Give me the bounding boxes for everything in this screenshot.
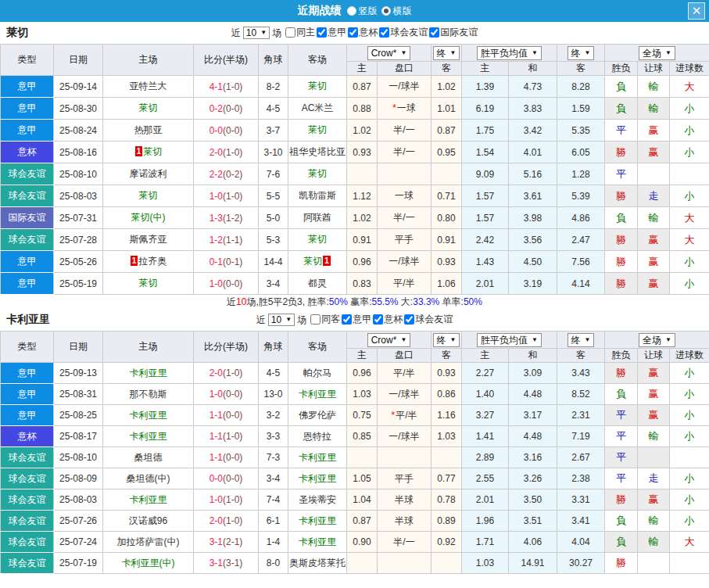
- avg-odds-select[interactable]: 胜平负均值▼: [477, 46, 542, 60]
- away-team-link[interactable]: 莱切: [308, 81, 327, 91]
- home-team-link[interactable]: 卡利亚里: [130, 410, 167, 421]
- away-team-link[interactable]: 都灵: [308, 278, 327, 289]
- col-crow-away: 客: [431, 62, 462, 76]
- odds-time-select[interactable]: 终▼: [433, 333, 460, 347]
- handicap-home-odds: 1.04: [347, 489, 378, 511]
- match-date: 25-05-19: [54, 273, 103, 295]
- filter-label: 国际友谊: [440, 26, 478, 39]
- recent-count-select[interactable]: 10 ▼: [243, 27, 270, 39]
- layout-horizontal-option[interactable]: 横版: [381, 5, 412, 18]
- filter-option[interactable]: 同主: [285, 26, 315, 39]
- home-team-link[interactable]: 热那亚: [134, 124, 163, 135]
- home-team-link[interactable]: 卡利亚里(中): [122, 558, 175, 568]
- col-home: 主场: [103, 45, 194, 76]
- filter-checkbox[interactable]: [310, 314, 320, 324]
- away-team-link[interactable]: 卡利亚里: [299, 536, 336, 547]
- filter-checkbox[interactable]: [379, 27, 389, 38]
- live-star-icon: *: [392, 102, 396, 113]
- home-team-link[interactable]: 莱切(中): [131, 212, 166, 223]
- layout-vertical-option[interactable]: 竖版: [347, 5, 378, 18]
- goals-result: 小: [670, 405, 709, 426]
- filter-option[interactable]: 国际友谊: [429, 26, 478, 39]
- avg-time-select[interactable]: 终▼: [568, 46, 595, 60]
- filter-option[interactable]: 意甲: [317, 26, 346, 39]
- away-team-link[interactable]: 莱切: [308, 234, 327, 245]
- col-wdl: 胜负: [605, 349, 638, 363]
- filter-checkbox[interactable]: [342, 314, 352, 324]
- away-team-link[interactable]: 佛罗伦萨: [299, 410, 336, 421]
- recent-count-select[interactable]: 10 ▼: [268, 314, 295, 326]
- away-team-link[interactable]: 奥斯皮塔莱托: [289, 558, 346, 568]
- filter-checkbox[interactable]: [285, 27, 295, 38]
- home-team-link[interactable]: 卡利亚里: [130, 368, 167, 378]
- away-team-link[interactable]: 恩特拉: [303, 431, 331, 442]
- avg-odds-select[interactable]: 胜平负均值▼: [477, 333, 542, 347]
- handicap-line: 半/一: [378, 120, 431, 142]
- goals-result: 小: [670, 511, 709, 532]
- home-team-link[interactable]: 摩诺波利: [130, 168, 167, 179]
- filter-checkbox[interactable]: [373, 314, 383, 324]
- bookmaker-select[interactable]: Crow*▼: [367, 333, 411, 347]
- team-section-lecce: 莱切 近 10 ▼ 场 同主意甲意杯球会友谊国际友谊 类型: [0, 22, 709, 309]
- home-team-link[interactable]: 莱切: [139, 102, 158, 113]
- wdl-result: 負: [605, 532, 638, 553]
- home-team-link[interactable]: 卡利亚里: [130, 494, 167, 505]
- away-team-link[interactable]: 卡利亚里: [299, 452, 336, 463]
- home-team-link[interactable]: 莱切: [139, 278, 158, 289]
- filter-option[interactable]: 意杯: [373, 313, 403, 326]
- away-team-link[interactable]: 帕尔马: [303, 368, 331, 378]
- away-team-link[interactable]: 卡利亚里: [299, 515, 336, 526]
- home-team-link[interactable]: 卡利亚里: [130, 431, 167, 442]
- filter-option[interactable]: 意甲: [342, 313, 371, 326]
- filter-checkbox[interactable]: [317, 27, 327, 38]
- col-crow-away: 客: [431, 349, 462, 363]
- home-team-link[interactable]: 拉齐奥: [138, 256, 167, 267]
- handicap-away-odds: 0.95: [431, 142, 462, 163]
- period-select[interactable]: 全场▼: [639, 333, 675, 347]
- close-button[interactable]: ✕: [688, 2, 705, 20]
- filter-option[interactable]: 意杯: [348, 26, 378, 39]
- away-team-link[interactable]: 卡利亚里: [299, 389, 336, 400]
- home-team-link[interactable]: 加拉塔萨雷(中): [117, 536, 180, 547]
- odds-time-select[interactable]: 终▼: [433, 46, 460, 60]
- match-score: 0-2(0-0): [194, 98, 259, 120]
- home-team-link[interactable]: 莱切: [143, 146, 162, 157]
- home-team-link[interactable]: 亚特兰大: [130, 81, 167, 91]
- avg-home-odds: 2.27: [462, 363, 509, 384]
- filter-option[interactable]: 球会友谊: [379, 26, 428, 39]
- home-team-link[interactable]: 那不勒斯: [130, 389, 167, 400]
- away-team-link[interactable]: 圣埃蒂安: [299, 494, 336, 505]
- home-team-link[interactable]: 桑坦德(中): [127, 473, 170, 484]
- radio-unchecked-icon[interactable]: [347, 6, 356, 16]
- away-team-link[interactable]: 凯勒雷斯: [299, 190, 336, 201]
- filter-checkbox[interactable]: [429, 27, 439, 38]
- filter-checkbox[interactable]: [404, 314, 414, 324]
- home-team-link[interactable]: 斯佩齐亚: [130, 234, 167, 245]
- full-time-score: 1-1: [209, 452, 223, 463]
- away-team-link[interactable]: 莱切: [308, 124, 327, 135]
- col-avg-draw: 和: [509, 62, 557, 76]
- away-team-link[interactable]: AC米兰: [302, 102, 334, 113]
- home-team-link[interactable]: 桑坦德: [134, 452, 163, 463]
- away-team-link[interactable]: 祖华史塔比亚: [289, 146, 346, 157]
- away-team-link[interactable]: 莱切: [303, 256, 322, 267]
- filter-checkbox[interactable]: [348, 27, 358, 38]
- handicap-text: 平/半: [393, 278, 414, 289]
- away-team-link[interactable]: 卡利亚里: [299, 473, 336, 484]
- period-select[interactable]: 全场▼: [639, 46, 675, 60]
- half-time-score: (1-0): [223, 81, 242, 92]
- avg-time-select[interactable]: 终▼: [568, 333, 595, 347]
- bookmaker-select[interactable]: Crow*▼: [367, 46, 411, 60]
- avg-away-odds: 8.52: [557, 384, 605, 405]
- home-team-link[interactable]: 汉诺威96: [129, 515, 167, 526]
- radio-checked-icon[interactable]: [381, 6, 391, 16]
- avg-home-odds: 1.40: [462, 384, 509, 405]
- home-team-link[interactable]: 莱切: [139, 190, 158, 201]
- handicap-result: 赢: [638, 405, 670, 426]
- filter-option[interactable]: 同客: [310, 313, 340, 326]
- filter-option[interactable]: 球会友谊: [404, 313, 453, 326]
- chevron-down-icon: ▼: [285, 314, 292, 325]
- away-team-link[interactable]: 阿联酋: [303, 212, 331, 223]
- col-crow-home: 主: [347, 62, 378, 76]
- away-team-link[interactable]: 莱切: [308, 168, 327, 179]
